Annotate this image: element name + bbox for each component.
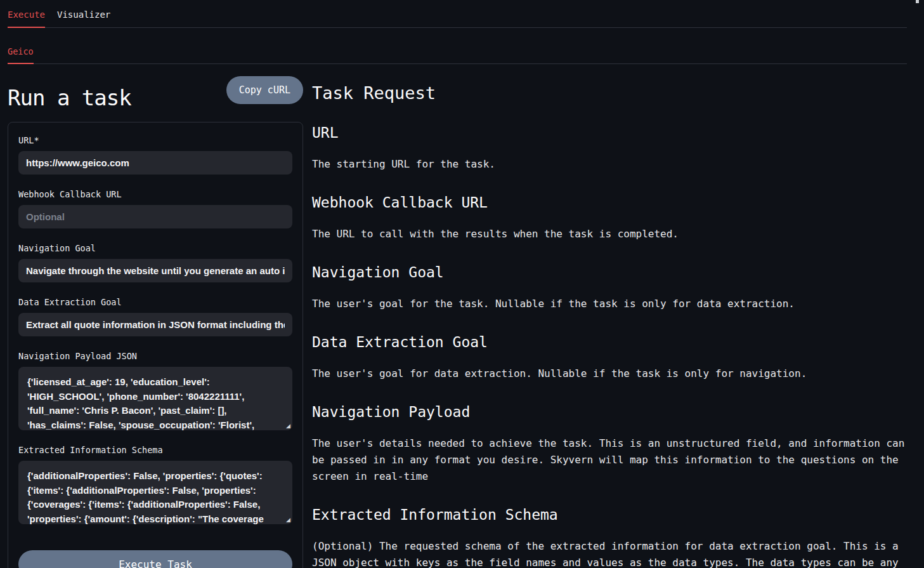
url-label: URL* <box>18 135 292 145</box>
scrollbar-thumb[interactable] <box>916 0 919 3</box>
doc-heading-webhook: Webhook Callback URL <box>312 194 907 211</box>
main-tab-bar: Execute Visualizer <box>8 0 907 28</box>
navigation-goal-label: Navigation Goal <box>18 243 292 253</box>
doc-heading-data-extraction-goal: Data Extraction Goal <box>312 334 907 350</box>
copy-curl-button[interactable]: Copy cURL <box>226 76 303 104</box>
navigation-payload-textarea[interactable]: {'licensed_at_age': 19, 'education_level… <box>18 367 292 430</box>
tab-visualizer[interactable]: Visualizer <box>57 0 110 27</box>
extracted-schema-wrapper: {'additionalProperties': False, 'propert… <box>18 461 292 524</box>
data-extraction-goal-input[interactable] <box>18 313 292 336</box>
task-request-docs: Task Request URL The starting URL for th… <box>303 64 907 568</box>
webhook-input[interactable] <box>18 205 292 228</box>
doc-heading-url: URL <box>312 124 907 141</box>
task-form-panel: Run a task Copy cURL URL* Webhook Callba… <box>8 64 303 568</box>
webhook-label: Webhook Callback URL <box>18 189 292 199</box>
doc-body-webhook: The URL to call with the results when th… <box>312 226 907 242</box>
extracted-schema-label: Extracted Information Schema <box>18 445 292 455</box>
data-extraction-goal-label: Data Extraction Goal <box>18 297 292 307</box>
url-input[interactable] <box>18 151 292 175</box>
doc-heading-extracted-schema: Extracted Information Schema <box>312 506 907 523</box>
doc-heading-navigation-goal: Navigation Goal <box>312 264 907 281</box>
navigation-payload-wrapper: {'licensed_at_age': 19, 'education_level… <box>18 367 292 430</box>
doc-body-extracted-schema: (Optional) The requested schema of the e… <box>312 538 907 568</box>
doc-body-navigation-goal: The user's goal for the task. Nullable i… <box>312 296 907 312</box>
doc-body-url: The starting URL for the task. <box>312 156 907 173</box>
navigation-payload-label: Navigation Payload JSON <box>18 351 292 361</box>
main-content: Run a task Copy cURL URL* Webhook Callba… <box>0 64 924 568</box>
sub-tab-bar: Geico <box>8 28 907 64</box>
tab-geico[interactable]: Geico <box>8 28 34 63</box>
extracted-schema-textarea[interactable]: {'additionalProperties': False, 'propert… <box>18 461 292 524</box>
task-form-card: URL* Webhook Callback URL Navigation Goa… <box>8 122 303 568</box>
navigation-goal-input[interactable] <box>18 259 292 282</box>
page-title: Run a task <box>8 85 131 110</box>
form-header: Run a task Copy cURL <box>8 76 303 110</box>
resize-handle-icon[interactable]: ◢ <box>286 423 290 429</box>
doc-heading-navigation-payload: Navigation Payload <box>312 404 907 420</box>
resize-handle-icon[interactable]: ◢ <box>286 517 290 523</box>
execute-task-button[interactable]: Execute Task <box>18 550 292 568</box>
doc-body-navigation-payload: The user's details needed to achieve the… <box>312 435 907 485</box>
tab-execute[interactable]: Execute <box>8 0 45 27</box>
docs-title: Task Request <box>312 83 907 103</box>
doc-body-data-extraction-goal: The user's goal for data extraction. Nul… <box>312 366 907 382</box>
